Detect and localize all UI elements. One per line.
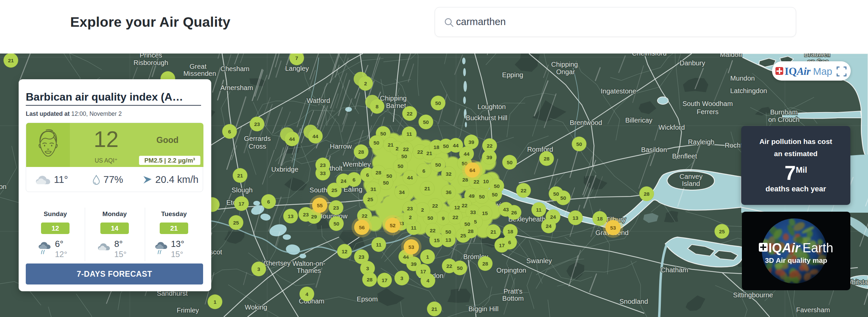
svg-text:13: 13: [572, 215, 578, 221]
svg-text:Langley: Langley: [285, 65, 309, 72]
svg-text:Risborough: Risborough: [134, 59, 168, 66]
svg-text:Epsom: Epsom: [357, 295, 378, 303]
svg-text:9: 9: [442, 215, 445, 221]
svg-text:22: 22: [461, 203, 467, 208]
svg-text:39: 39: [411, 261, 417, 267]
svg-text:28: 28: [644, 191, 650, 197]
svg-text:Rayleigh: Rayleigh: [688, 138, 714, 146]
svg-text:13: 13: [288, 213, 294, 219]
svg-text:25: 25: [233, 220, 239, 226]
svg-text:Woking: Woking: [245, 303, 267, 311]
svg-text:21: 21: [388, 142, 394, 148]
svg-text:Uxbridge: Uxbridge: [271, 166, 298, 173]
svg-text:32: 32: [446, 171, 451, 177]
svg-text:Chertsey: Chertsey: [263, 259, 291, 267]
svg-text:33: 33: [470, 209, 476, 215]
svg-text:44: 44: [312, 133, 318, 139]
svg-text:Amersham: Amersham: [220, 84, 253, 91]
svg-text:Missenden: Missenden: [183, 70, 216, 77]
svg-text:Faversham: Faversham: [796, 306, 830, 314]
svg-text:17: 17: [238, 201, 244, 207]
svg-text:25: 25: [460, 233, 466, 238]
svg-text:64: 64: [469, 167, 475, 173]
svg-text:22: 22: [446, 263, 452, 269]
svg-text:34: 34: [399, 189, 405, 195]
svg-text:2: 2: [364, 81, 367, 86]
svg-text:Burnham: Burnham: [770, 108, 797, 116]
svg-text:Pratt's: Pratt's: [504, 288, 522, 295]
svg-text:23: 23: [407, 206, 413, 211]
svg-text:Wickford: Wickford: [658, 124, 685, 131]
svg-text:50: 50: [507, 160, 512, 165]
svg-text:Bottom: Bottom: [502, 295, 524, 302]
svg-text:50: 50: [380, 131, 386, 136]
svg-text:36: 36: [446, 189, 452, 195]
svg-text:Ferrers: Ferrers: [697, 108, 718, 115]
svg-text:23: 23: [254, 121, 260, 127]
svg-text:22: 22: [520, 188, 526, 193]
svg-text:50: 50: [386, 173, 392, 179]
svg-text:23: 23: [333, 205, 339, 211]
svg-text:22: 22: [403, 146, 409, 152]
svg-text:23: 23: [358, 254, 364, 260]
svg-text:on: on: [0, 183, 6, 190]
svg-text:50: 50: [333, 221, 339, 227]
svg-text:11: 11: [407, 131, 412, 137]
svg-text:Epping: Epping: [502, 71, 523, 79]
svg-text:17: 17: [420, 269, 426, 274]
svg-text:53: 53: [610, 225, 616, 231]
svg-text:10: 10: [483, 178, 489, 184]
svg-text:52: 52: [390, 223, 395, 228]
svg-text:Sittingbourne: Sittingbourne: [733, 291, 773, 299]
svg-text:Gerrards: Gerrards: [244, 135, 271, 142]
svg-text:21: 21: [424, 186, 430, 191]
svg-text:Biggin Hill: Biggin Hill: [469, 305, 499, 313]
svg-text:18: 18: [507, 229, 513, 234]
svg-text:24: 24: [340, 178, 347, 184]
svg-text:53: 53: [408, 244, 414, 250]
svg-text:Wembley: Wembley: [343, 161, 371, 168]
svg-text:33: 33: [320, 170, 326, 176]
svg-text:Latchingdon: Latchingdon: [730, 87, 767, 94]
svg-text:21: 21: [431, 306, 437, 312]
svg-text:6: 6: [228, 129, 231, 134]
svg-text:Thames: Thames: [297, 267, 321, 274]
svg-text:21: 21: [8, 58, 14, 63]
svg-text:22: 22: [432, 203, 438, 209]
svg-text:50: 50: [576, 141, 582, 147]
svg-text:50: 50: [397, 163, 403, 169]
svg-text:22: 22: [430, 228, 435, 233]
svg-text:23: 23: [303, 212, 309, 217]
svg-text:50: 50: [401, 153, 407, 159]
svg-text:Chelmsford: Chelmsford: [632, 54, 667, 57]
svg-text:25: 25: [331, 187, 337, 193]
svg-text:Ongar: Ongar: [556, 68, 575, 76]
svg-text:21: 21: [490, 229, 496, 235]
svg-text:39: 39: [468, 139, 474, 145]
svg-text:50: 50: [553, 191, 559, 197]
svg-text:Watford: Watford: [307, 97, 330, 104]
svg-text:Chesham: Chesham: [220, 65, 250, 72]
svg-text:44: 44: [453, 143, 459, 148]
svg-text:11: 11: [536, 207, 542, 213]
svg-text:Walton-on-: Walton-on-: [292, 260, 325, 267]
svg-text:50: 50: [479, 194, 485, 199]
svg-text:11: 11: [411, 225, 417, 231]
svg-text:5: 5: [474, 219, 477, 225]
svg-text:49: 49: [469, 193, 475, 199]
svg-text:50: 50: [427, 215, 433, 221]
svg-text:on Crouch: on Crouch: [768, 116, 800, 123]
svg-text:31: 31: [370, 186, 376, 192]
svg-text:Cross: Cross: [249, 143, 266, 150]
svg-text:13: 13: [445, 237, 451, 243]
svg-text:Buckhurst Hill: Buckhurst Hill: [466, 114, 507, 122]
svg-text:Frimley: Frimley: [177, 307, 199, 314]
svg-text:6: 6: [353, 177, 356, 183]
svg-text:50: 50: [443, 143, 449, 149]
svg-text:28: 28: [482, 261, 488, 267]
svg-text:50: 50: [457, 265, 462, 271]
svg-text:6: 6: [508, 239, 511, 245]
svg-text:18: 18: [433, 144, 439, 150]
svg-text:28: 28: [358, 149, 364, 155]
svg-text:50: 50: [435, 100, 441, 106]
